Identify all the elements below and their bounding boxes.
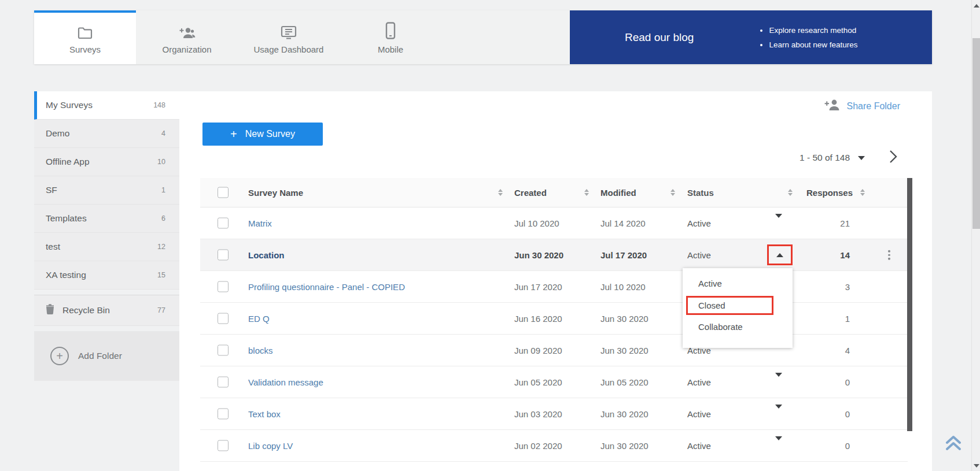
status-value: Active [687,250,711,260]
folder-label: Templates [46,213,87,224]
banner-bullet: Learn about new features [769,38,857,52]
chevron-down-icon [775,214,782,228]
responses-count: 21 [790,218,850,228]
column-header-modified: Modified [600,188,636,198]
row-checkbox[interactable] [218,377,229,388]
double-chevron-up-icon [944,435,963,452]
responses-count: 3 [790,282,850,292]
row-checkbox[interactable] [218,345,229,356]
modified-date: Jul 10 2020 [600,282,646,292]
tab-label: Mobile [378,44,403,54]
row-checkbox[interactable] [218,313,229,324]
organization-icon [178,20,196,39]
dropdown-option-closed[interactable]: Closed [688,301,725,310]
page-scrollbar[interactable] [971,0,980,471]
tab-label: Organization [162,44,211,54]
modified-date: Jun 30 2020 [600,441,649,451]
survey-name-link[interactable]: ED Q [248,314,270,324]
survey-name-link[interactable]: Matrix [248,218,272,228]
annotation-box-dropdown-toggle[interactable] [767,244,793,265]
pagination-range-select[interactable]: 1 - 50 of 148 [800,153,865,163]
column-header-responses: Responses [806,188,853,198]
table-header-row: Survey Name Created Modified Status Resp… [200,178,908,207]
row-checkbox[interactable] [218,281,229,292]
plus-icon: + [230,128,237,141]
top-navigation: Surveys Organization Usage Dashboard Mob… [34,10,932,64]
sort-icon[interactable] [860,189,865,196]
status-dropdown-toggle[interactable] [775,218,782,228]
scrollbar-down-arrow-icon[interactable] [974,464,979,468]
survey-name-link[interactable]: Location [248,250,285,260]
share-folder-button[interactable]: Share Folder [824,99,901,113]
add-folder-label: Add Folder [78,351,122,361]
survey-name-link[interactable]: Lib copy LV [248,441,293,451]
tab-label: Usage Dashboard [254,44,324,54]
back-to-top-button[interactable] [944,435,963,454]
trash-icon [46,304,54,317]
row-checkbox[interactable] [218,409,229,420]
select-all-checkbox[interactable] [218,187,229,198]
mobile-icon [385,20,396,39]
tab-usage-dashboard[interactable]: Usage Dashboard [238,10,340,64]
status-value: Active [687,218,711,228]
new-survey-label: New Survey [245,129,295,139]
sort-icon[interactable] [670,189,675,196]
status-dropdown-toggle[interactable] [775,409,782,419]
table-row: blocks Jun 09 2020 Jun 30 2020 Active 4 [200,335,908,366]
folder-sidebar: My Surveys 148 Demo 4 Offline App 10 SF … [34,91,179,381]
status-dropdown-toggle[interactable] [775,377,782,387]
survey-name-link[interactable]: Profiling questionnaire - Panel - COPIED [248,282,405,292]
sidebar-item-offline-app[interactable]: Offline App 10 [34,148,179,176]
sidebar-item-demo[interactable]: Demo 4 [34,120,179,148]
survey-name-link[interactable]: Validation message [248,377,323,387]
modified-date: Jul 17 2020 [600,250,647,260]
column-header-created: Created [514,188,547,198]
folder-count: 10 [157,158,165,166]
table-scrollbar-thumb[interactable] [907,178,912,431]
row-actions-menu-icon[interactable] [886,248,893,262]
banner-bullet-list: Explore research method Learn about new … [758,23,857,52]
row-checkbox[interactable] [218,218,229,229]
tab-mobile[interactable]: Mobile [340,10,441,64]
sidebar-item-xa-testing[interactable]: XA testing 15 [34,261,179,290]
table-row: Profiling questionnaire - Panel - COPIED… [200,271,908,303]
page-scrollbar-thumb[interactable] [972,38,980,229]
scrollbar-up-arrow-icon[interactable] [974,4,979,8]
sort-icon[interactable] [584,189,589,196]
survey-name-link[interactable]: Text box [248,409,281,419]
modified-date: Jun 30 2020 [600,314,649,324]
sidebar-item-test[interactable]: test 12 [34,233,179,261]
created-date: Jun 05 2020 [514,377,562,387]
survey-name-link[interactable]: blocks [248,346,273,355]
sort-icon[interactable] [788,189,793,196]
row-checkbox[interactable] [218,440,229,451]
chevron-down-icon [858,156,865,160]
column-header-status: Status [687,188,714,198]
next-page-button[interactable] [889,149,898,166]
folder-label: Recycle Bin [62,305,110,316]
tab-surveys[interactable]: Surveys [34,10,136,64]
sort-icon[interactable] [498,189,503,196]
column-header-survey-name: Survey Name [248,188,303,198]
responses-count: 0 [790,409,850,419]
created-date: Jun 17 2020 [514,282,562,292]
new-survey-button[interactable]: + New Survey [202,123,323,146]
chevron-down-icon [775,405,782,418]
sidebar-item-sf[interactable]: SF 1 [34,176,179,205]
tab-label: Surveys [69,44,101,54]
tab-organization[interactable]: Organization [136,10,238,64]
responses-count: 4 [790,346,850,355]
chevron-down-icon [775,436,782,450]
blog-banner[interactable]: Read our blog Explore research method Le… [570,10,932,64]
status-dropdown-toggle[interactable] [775,440,782,451]
sidebar-item-templates[interactable]: Templates 6 [34,205,179,233]
sidebar-item-recycle-bin[interactable]: Recycle Bin 77 [34,295,179,326]
table-row-selected: Location Jun 30 2020 Jul 17 2020 Active … [200,239,908,271]
created-date: Jun 02 2020 [514,441,562,451]
dropdown-option-collaborate[interactable]: Collaborate [683,315,793,339]
table-row: Lib copy LV Jun 02 2020 Jun 30 2020 Acti… [200,430,908,462]
dropdown-option-active[interactable]: Active [683,272,793,296]
row-checkbox[interactable] [218,250,229,261]
add-folder-button[interactable]: + Add Folder [34,331,179,381]
sidebar-item-my-surveys[interactable]: My Surveys 148 [34,91,179,120]
